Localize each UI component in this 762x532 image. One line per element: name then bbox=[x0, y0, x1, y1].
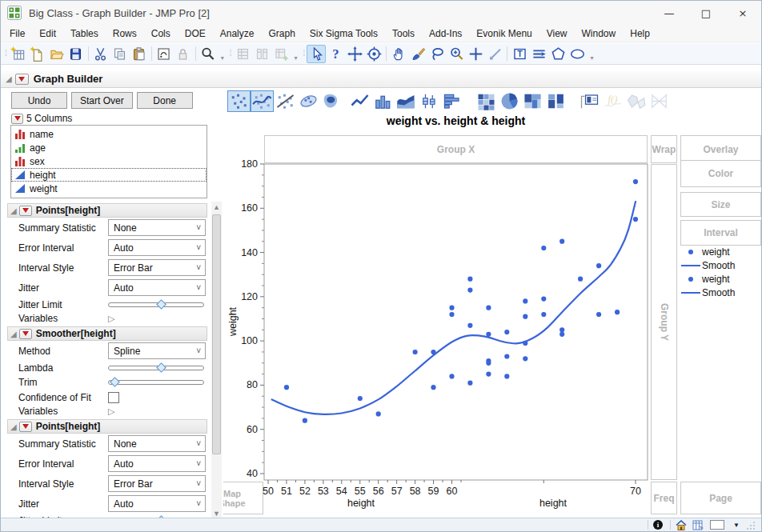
element-type-contour[interactable] bbox=[320, 90, 343, 112]
element-type-box-plot[interactable] bbox=[418, 90, 441, 112]
hand-tool-icon[interactable] bbox=[389, 45, 408, 63]
element-type-histogram[interactable] bbox=[441, 90, 464, 112]
toolbar-grip[interactable]: ⁞ bbox=[303, 51, 305, 56]
oval-tool-icon[interactable] bbox=[567, 45, 587, 63]
red-triangle-menu-icon[interactable] bbox=[15, 74, 29, 85]
target-tool-icon[interactable] bbox=[364, 45, 383, 63]
variables-expander[interactable]: ▷ bbox=[108, 314, 114, 324]
scrollbar-thumb[interactable] bbox=[212, 214, 221, 454]
method-select[interactable]: Spline˅ bbox=[108, 342, 206, 359]
save-file-icon[interactable] bbox=[66, 45, 86, 63]
slider-thumb[interactable] bbox=[156, 362, 166, 373]
element-type-points[interactable] bbox=[227, 90, 251, 112]
open-file-icon[interactable] bbox=[47, 45, 66, 63]
column-item-name[interactable]: name bbox=[11, 127, 207, 141]
element-type-pie[interactable] bbox=[498, 90, 521, 112]
interval-style-select[interactable]: Error Bar˅ bbox=[108, 259, 206, 276]
red-triangle-menu-icon[interactable] bbox=[19, 206, 32, 216]
brush-tool-icon[interactable] bbox=[408, 45, 427, 63]
panel-scrollbar[interactable]: ▲ ▼ bbox=[211, 202, 222, 519]
menu-six-sigma-tools[interactable]: Six Sigma Tools bbox=[303, 26, 385, 42]
close-button[interactable]: × bbox=[724, 1, 761, 25]
home-icon[interactable] bbox=[676, 520, 687, 530]
lambda-slider[interactable] bbox=[108, 366, 204, 370]
crosshair-tool-icon[interactable] bbox=[466, 45, 485, 63]
summary-statistic-select[interactable]: None˅ bbox=[108, 219, 206, 236]
jitter-limit-slider[interactable] bbox=[108, 302, 204, 307]
legend-item-weight[interactable]: weight bbox=[680, 272, 735, 286]
disclosure-triangle-icon[interactable]: ◢ bbox=[6, 74, 12, 83]
maximize-button[interactable]: □ bbox=[688, 1, 724, 25]
group-x-drop-zone[interactable]: Group X bbox=[264, 135, 648, 163]
legend-item-smooth[interactable]: Smooth bbox=[680, 258, 735, 272]
size-drop-zone[interactable]: Size bbox=[680, 192, 761, 217]
menu-doe[interactable]: DOE bbox=[178, 26, 213, 42]
scriber-tool-icon[interactable] bbox=[485, 45, 504, 63]
toolbar-overflow-chevron[interactable]: ▾ bbox=[295, 54, 298, 64]
column-item-height[interactable]: height bbox=[11, 168, 207, 182]
red-triangle-menu-icon[interactable] bbox=[11, 114, 23, 124]
menu-cols[interactable]: Cols bbox=[144, 26, 178, 42]
legend-item-smooth[interactable]: Smooth bbox=[680, 286, 735, 299]
element-type-line[interactable] bbox=[348, 90, 371, 112]
freq-drop-zone[interactable]: Freq bbox=[651, 482, 677, 514]
arrow-lines-tool-icon[interactable] bbox=[529, 45, 548, 63]
page-drop-zone[interactable]: Page bbox=[680, 482, 761, 514]
element-type-mosaic[interactable] bbox=[544, 90, 567, 112]
element-type-caption-box[interactable] bbox=[578, 90, 601, 112]
data-table-icon[interactable] bbox=[692, 520, 704, 530]
arrow-cursor-icon[interactable] bbox=[307, 45, 326, 63]
map-shape-drop-zone[interactable]: Map Shape bbox=[223, 482, 263, 514]
slider-thumb[interactable] bbox=[110, 377, 120, 387]
interval-style-select[interactable]: Error Bar˅ bbox=[108, 475, 206, 492]
jitter-select[interactable]: Auto˅ bbox=[108, 495, 206, 512]
lasso-tool-icon[interactable] bbox=[427, 45, 447, 63]
toolbar-grip[interactable]: ⁞ bbox=[230, 51, 231, 56]
disclosure-triangle-icon[interactable]: ◢ bbox=[10, 330, 17, 338]
legend-item-weight[interactable]: weight bbox=[680, 245, 735, 258]
element-type-line-of-fit[interactable] bbox=[274, 90, 297, 112]
copy-icon[interactable] bbox=[110, 45, 130, 63]
search-icon[interactable] bbox=[199, 45, 218, 63]
toolbar-grip[interactable]: ⁞ bbox=[5, 51, 6, 56]
polygon-tool-icon[interactable] bbox=[548, 45, 567, 63]
menu-analyze[interactable]: Analyze bbox=[213, 26, 262, 42]
move-tool-icon[interactable] bbox=[345, 45, 364, 63]
column-item-age[interactable]: age bbox=[11, 141, 207, 154]
new-data-table-icon[interactable] bbox=[9, 45, 28, 63]
toolbar-overflow-chevron[interactable]: ▾ bbox=[221, 54, 224, 64]
error-interval-select[interactable]: Auto˅ bbox=[108, 239, 206, 256]
color-chip-icon[interactable] bbox=[710, 520, 724, 530]
dropdown-arrow-icon[interactable]: ▼ bbox=[730, 522, 740, 529]
confidence-of-fit-checkbox[interactable] bbox=[108, 392, 119, 403]
slider-thumb[interactable] bbox=[156, 299, 166, 310]
start-over-button[interactable]: Start Over bbox=[71, 92, 133, 109]
minimize-button[interactable]: — bbox=[651, 1, 688, 25]
annotate-tool-icon[interactable]: T bbox=[510, 45, 529, 63]
menu-window[interactable]: Window bbox=[575, 26, 624, 42]
color-drop-zone[interactable]: Color bbox=[680, 160, 761, 187]
column-item-sex[interactable]: sex bbox=[11, 154, 207, 168]
menu-graph[interactable]: Graph bbox=[261, 26, 302, 42]
undo-button[interactable]: Undo bbox=[11, 92, 67, 109]
paste-icon[interactable] bbox=[130, 45, 149, 63]
info-icon[interactable]: i bbox=[653, 520, 663, 530]
jitter-select[interactable]: Auto˅ bbox=[108, 279, 206, 296]
menu-edit[interactable]: Edit bbox=[32, 26, 63, 42]
element-type-smoother[interactable] bbox=[251, 90, 274, 112]
menu-help[interactable]: Help bbox=[623, 26, 657, 42]
variables-expander[interactable]: ▷ bbox=[108, 406, 114, 417]
column-item-weight[interactable]: weight bbox=[11, 182, 207, 195]
new-journal-icon[interactable] bbox=[28, 45, 47, 63]
error-interval-select[interactable]: Auto˅ bbox=[108, 455, 206, 472]
element-type-treemap[interactable] bbox=[521, 90, 544, 112]
menu-tools[interactable]: Tools bbox=[385, 26, 422, 42]
menu-view[interactable]: View bbox=[539, 26, 575, 42]
wrap-drop-zone[interactable]: Wrap bbox=[651, 135, 677, 163]
interval-drop-zone[interactable]: Interval bbox=[680, 220, 761, 246]
group-y-drop-zone[interactable]: Group Y bbox=[651, 164, 677, 480]
help-tool-icon[interactable]: ? bbox=[326, 45, 345, 63]
menu-rows[interactable]: Rows bbox=[106, 26, 144, 42]
toolbar-overflow-chevron[interactable]: ▾ bbox=[590, 54, 593, 64]
element-type-bar[interactable] bbox=[371, 90, 395, 112]
